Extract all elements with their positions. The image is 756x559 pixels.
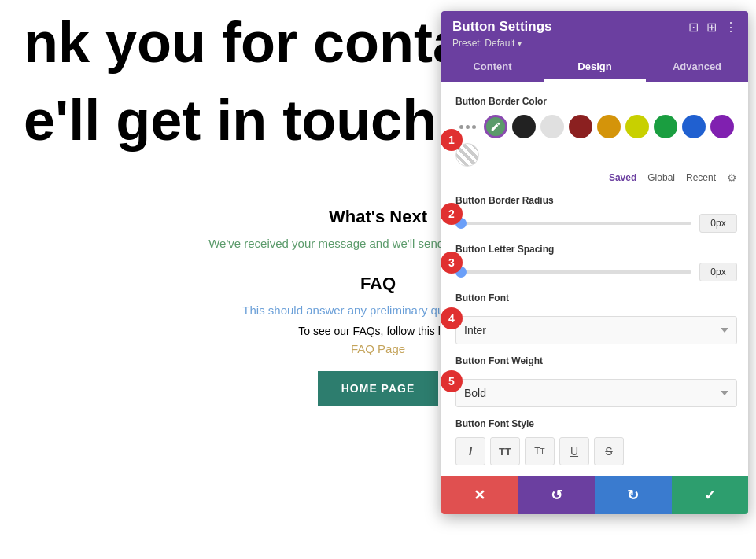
saved-row: Saved Global Recent ⚙	[455, 171, 737, 184]
step-badge-4: 4	[441, 307, 463, 329]
color-swatch-yellow[interactable]	[625, 115, 649, 138]
border-radius-section: 2 Button Border Radius 0px	[452, 195, 737, 233]
color-swatch-orange[interactable]	[597, 115, 621, 138]
strikethrough-btn[interactable]: S	[594, 437, 624, 465]
cancel-icon: ✕	[474, 487, 485, 504]
capitalize-btn[interactable]: TT	[525, 437, 555, 465]
step-badge-5: 5	[441, 370, 463, 392]
font-style-label: Button Font Style	[455, 418, 737, 429]
font-label: Button Font	[455, 292, 737, 303]
font-style-section: Button Font Style I TT TT U S	[452, 418, 737, 465]
border-radius-label: Button Border Radius	[455, 195, 737, 206]
columns-icon[interactable]: ⊞	[706, 20, 717, 35]
uppercase-btn[interactable]: TT	[490, 437, 520, 465]
save-button[interactable]: ✓	[672, 476, 749, 514]
pencil-icon	[490, 121, 501, 132]
color-settings-icon[interactable]: ⚙	[727, 171, 737, 184]
letter-spacing-section: 3 Button Letter Spacing 0px	[452, 244, 737, 281]
undo-button[interactable]: ↺	[518, 476, 596, 514]
tab-design[interactable]: Design	[544, 53, 646, 82]
preset-label: Preset: Default	[452, 38, 514, 49]
color-swatch-purple[interactable]	[710, 115, 734, 138]
panel-title: Button Settings	[452, 19, 552, 35]
panel-tabs: Content Design Advanced	[441, 53, 748, 82]
font-section: 4 Button Font Inter Arial Helvetica Geor…	[452, 292, 737, 344]
letter-spacing-slider-container: 0px	[455, 263, 737, 281]
font-weight-select[interactable]: Thin Light Regular Medium SemiBold Bold …	[455, 379, 737, 407]
redo-icon: ↻	[627, 487, 639, 504]
color-swatch-red[interactable]	[569, 115, 592, 138]
color-swatch-white[interactable]	[540, 115, 564, 138]
underline-btn[interactable]: U	[559, 437, 589, 465]
saved-label[interactable]: Saved	[609, 172, 636, 183]
font-style-buttons: I TT TT U S	[455, 437, 737, 465]
panel-header-icons: ⊡ ⊞ ⋮	[688, 20, 737, 35]
panel-preset[interactable]: Preset: Default ▾	[452, 38, 737, 49]
redo-button[interactable]: ↻	[595, 476, 672, 514]
font-select[interactable]: Inter Arial Helvetica Georgia Times New …	[455, 316, 737, 344]
preset-arrow-icon: ▾	[518, 39, 522, 48]
expand-icon[interactable]: ⊡	[688, 20, 699, 35]
global-label[interactable]: Global	[647, 172, 675, 183]
color-swatch-black[interactable]	[512, 115, 536, 138]
panel-body: 1 Button Border Color	[441, 82, 748, 476]
panel-header-top: Button Settings ⊡ ⊞ ⋮	[452, 19, 737, 35]
undo-icon: ↺	[551, 487, 562, 504]
color-swatch-pencil[interactable]	[484, 115, 507, 138]
more-colors-dots[interactable]	[455, 125, 479, 129]
step-badge-1: 1	[441, 129, 463, 151]
panel-header: Button Settings ⊡ ⊞ ⋮ Preset: Default ▾	[441, 11, 748, 53]
tab-advanced[interactable]: Advanced	[646, 53, 748, 82]
recent-label[interactable]: Recent	[686, 172, 716, 183]
button-settings-panel: Button Settings ⊡ ⊞ ⋮ Preset: Default ▾ …	[441, 11, 748, 514]
color-swatches-row	[455, 115, 737, 167]
letter-spacing-track[interactable]	[455, 270, 691, 274]
letter-spacing-label: Button Letter Spacing	[455, 244, 737, 255]
letter-spacing-value[interactable]: 0px	[699, 263, 737, 281]
home-page-button[interactable]: HOME PAGE	[318, 371, 439, 406]
color-swatch-blue[interactable]	[682, 115, 706, 138]
more-options-icon[interactable]: ⋮	[725, 20, 737, 35]
border-color-section: 1 Button Border Color	[452, 96, 737, 184]
tab-content[interactable]: Content	[441, 53, 544, 82]
step-badge-2: 2	[441, 203, 463, 225]
italic-btn[interactable]: I	[455, 437, 485, 465]
color-swatch-green[interactable]	[654, 115, 677, 138]
border-radius-track[interactable]	[455, 222, 691, 225]
font-weight-label: Button Font Weight	[455, 355, 737, 366]
panel-footer: ✕ ↺ ↻ ✓	[441, 476, 748, 514]
save-icon: ✓	[704, 487, 716, 504]
border-color-label: Button Border Color	[455, 96, 737, 107]
border-radius-value[interactable]: 0px	[699, 214, 737, 233]
font-weight-section: 5 Button Font Weight Thin Light Regular …	[452, 355, 737, 407]
cancel-button[interactable]: ✕	[441, 476, 518, 514]
step-badge-3: 3	[441, 252, 463, 274]
border-radius-slider-container: 0px	[455, 214, 737, 233]
